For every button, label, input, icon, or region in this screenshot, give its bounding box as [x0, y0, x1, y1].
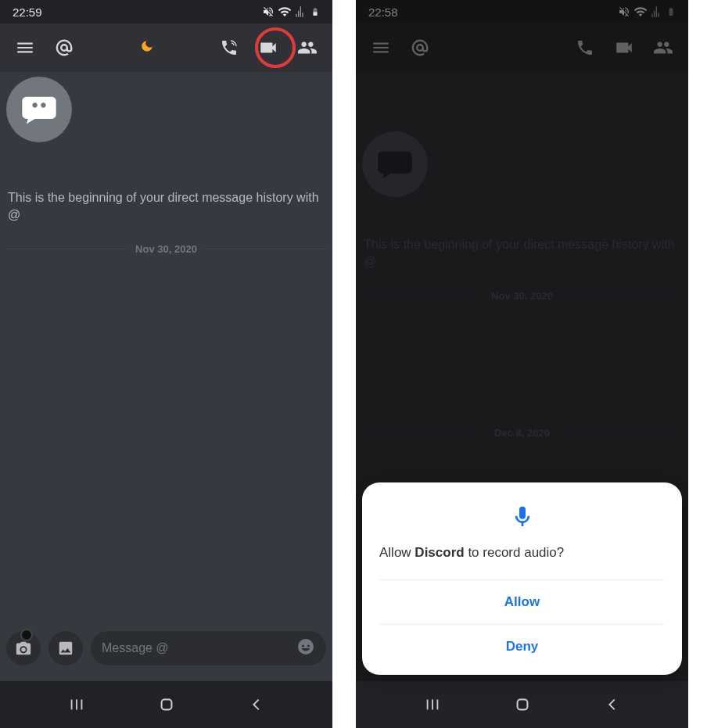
nav-bar: [0, 681, 332, 728]
dm-intro-text: This is the beginning of your direct mes…: [362, 236, 682, 271]
status-icons: [262, 5, 320, 19]
nav-bar: [356, 681, 688, 728]
mute-icon: [262, 5, 275, 18]
nav-recents-button[interactable]: [417, 696, 448, 713]
camera-button[interactable]: [6, 631, 41, 665]
divider-line: [561, 296, 682, 296]
date-text: Nov 30, 2020: [491, 290, 553, 302]
prompt-suffix: to record audio?: [465, 545, 565, 560]
nav-home-button[interactable]: [507, 696, 538, 713]
divider-line: [558, 432, 682, 433]
battery-icon: [666, 5, 676, 18]
phone-left: 22:59: [0, 0, 332, 728]
status-time: 22:59: [13, 5, 262, 19]
voice-call-button[interactable]: [571, 34, 599, 62]
allow-button[interactable]: Allow: [379, 579, 665, 624]
battery-icon: [310, 5, 320, 18]
divider-line: [362, 432, 486, 433]
prompt-prefix: Allow: [379, 545, 415, 560]
date-divider: Nov 30, 2020: [6, 243, 326, 255]
message-placeholder: Message @: [102, 641, 296, 655]
app-name: Discord: [415, 545, 464, 560]
signal-icon: [651, 5, 663, 18]
menu-button[interactable]: [367, 34, 395, 62]
divider-line: [205, 249, 326, 249]
signal-icon: [295, 5, 307, 18]
gallery-button[interactable]: [48, 631, 83, 665]
status-icons: [618, 5, 676, 19]
date-divider: Nov 30, 2020: [362, 290, 682, 302]
mute-icon: [618, 5, 630, 18]
video-call-button[interactable]: [254, 34, 282, 62]
chat-area: This is the beginning of your direct mes…: [0, 72, 332, 681]
status-bar: 22:58: [356, 0, 688, 23]
svg-rect-9: [517, 700, 527, 710]
camera-dot: [20, 629, 33, 641]
microphone-icon: [379, 504, 665, 529]
svg-rect-4: [161, 700, 171, 710]
nav-back-button[interactable]: [597, 696, 628, 713]
mention-icon[interactable]: [406, 34, 434, 62]
wifi-icon: [633, 5, 648, 19]
mention-icon[interactable]: [50, 34, 78, 62]
spacer: [362, 310, 682, 427]
date-divider-2: Dec 8, 2020: [362, 427, 682, 439]
divider-line: [362, 296, 483, 296]
permission-prompt: Allow Discord to record audio?: [379, 545, 665, 561]
emoji-button[interactable]: [296, 637, 315, 659]
top-bar: [0, 23, 332, 72]
permission-dialog: Allow Discord to record audio? Allow Den…: [362, 482, 682, 675]
dm-intro-text: This is the beginning of your direct mes…: [6, 189, 326, 224]
menu-button[interactable]: [11, 34, 39, 62]
date-text: Nov 30, 2020: [135, 243, 197, 255]
user-avatar[interactable]: [362, 131, 428, 197]
date-text: Dec 8, 2020: [494, 427, 550, 439]
voice-call-button[interactable]: [215, 34, 243, 62]
phone-right: 22:58 This is the beginning of your d: [356, 0, 688, 728]
moon-status-icon: [140, 39, 154, 56]
user-avatar[interactable]: [6, 77, 72, 142]
deny-button[interactable]: Deny: [379, 624, 665, 669]
nav-back-button[interactable]: [241, 696, 272, 713]
members-button[interactable]: [649, 34, 677, 62]
members-button[interactable]: [293, 34, 321, 62]
divider-line: [6, 249, 127, 249]
wifi-icon: [278, 5, 292, 19]
message-input-row: Message @: [6, 631, 326, 665]
video-call-button[interactable]: [610, 34, 638, 62]
status-time: 22:58: [368, 5, 618, 19]
message-input[interactable]: Message @: [91, 631, 326, 665]
top-bar: [356, 23, 688, 72]
nav-recents-button[interactable]: [61, 696, 92, 713]
status-bar: 22:59: [0, 0, 332, 23]
nav-home-button[interactable]: [151, 696, 182, 713]
